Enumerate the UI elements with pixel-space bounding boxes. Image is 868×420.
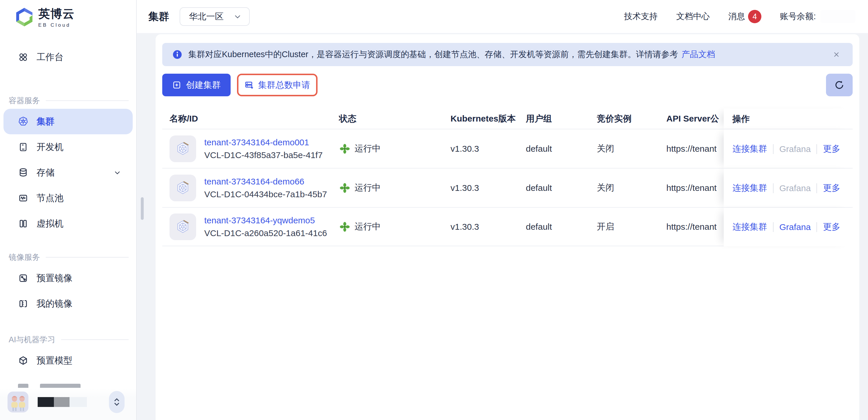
cluster-name-link[interactable]: tenant-37343164-demo66 <box>204 177 327 187</box>
cluster-name-link[interactable]: tenant-37343164-demo001 <box>204 138 323 147</box>
connect-cluster-link[interactable]: 连接集群 <box>733 182 767 194</box>
refresh-button[interactable] <box>826 74 852 96</box>
redacted-balance-value <box>820 10 855 23</box>
workbench-grid-icon <box>18 52 28 62</box>
content-card: 集群对应Kubernetes中的Cluster，是容器运行与资源调度的基础，创建… <box>156 34 859 420</box>
more-link[interactable]: 更多 <box>823 143 840 155</box>
docs-link[interactable]: 文档中心 <box>676 11 710 22</box>
sidebar-item-preset-images[interactable]: 预置镜像 <box>3 265 133 291</box>
grafana-link[interactable]: Grafana <box>779 144 811 154</box>
banner-text: 集群对应Kubernetes中的Cluster，是容器运行与资源调度的基础，创建… <box>188 49 678 60</box>
brand-logo-icon <box>15 7 34 27</box>
cluster-quota-request-button[interactable]: 集群总数申请 <box>244 77 310 93</box>
sidebar-section-title: AI与机器学习 <box>9 334 55 345</box>
spot-instance-state: 开启 <box>597 221 666 233</box>
clipped-icon-fragment <box>18 384 28 388</box>
col-k8s-version: Kubernetes版本 <box>451 113 526 125</box>
account-switcher-button[interactable] <box>109 391 125 413</box>
k8s-version: v1.30.3 <box>451 222 526 232</box>
table-header-row: 名称/ID 状态 Kubernetes版本 用户组 竞价实例 API Serve… <box>162 109 852 129</box>
action-separator <box>816 183 817 193</box>
sidebar-item-label: 预置模型 <box>36 355 72 367</box>
sidebar-item-workbench[interactable]: 工作台 <box>3 45 133 70</box>
action-separator <box>773 222 774 232</box>
more-link[interactable]: 更多 <box>823 221 840 233</box>
messages-link[interactable]: 消息 4 <box>728 10 762 23</box>
create-cluster-button[interactable]: 创建集群 <box>162 74 230 96</box>
col-user-group: 用户组 <box>526 113 597 125</box>
running-fan-icon <box>339 182 350 194</box>
toolbar: 创建集群 集群总数申 <box>162 73 852 97</box>
section-divider <box>46 257 129 258</box>
cube-icon <box>18 355 28 366</box>
sidebar-item-vm[interactable]: 虚拟机 <box>3 211 133 236</box>
sidebar-section-title: 镜像服务 <box>9 252 40 262</box>
product-docs-link[interactable]: 产品文档 <box>681 49 715 60</box>
sidebar-item-label: 存储 <box>36 167 55 179</box>
region-select[interactable]: 华北一区 <box>180 7 250 26</box>
brand-subtitle: EB Cloud <box>38 22 75 28</box>
table-body: tenant-37343164-demo001 VCL-D1C-43f85a37… <box>162 129 852 246</box>
sidebar-item-label: 虚拟机 <box>36 218 63 230</box>
sidebar-section-container: AI与机器学习 <box>9 334 129 345</box>
avatar[interactable] <box>7 392 28 413</box>
sidebar-item-label: 集群 <box>36 115 55 128</box>
grafana-link[interactable]: Grafana <box>779 183 811 193</box>
connect-cluster-link[interactable]: 连接集群 <box>733 143 767 155</box>
cluster-name-link[interactable]: tenant-37343164-yqwdemo5 <box>204 216 327 225</box>
cluster-id: VCL-D1C-04434bce-7a1b-45b7 <box>204 189 327 199</box>
sidebar: 英博云 EB Cloud 工作台 容器服务 <box>0 0 137 420</box>
table-row: tenant-37343164-yqwdemo5 VCL-D1C-a260a52… <box>162 207 852 246</box>
status-text: 运行中 <box>354 143 381 155</box>
support-link[interactable]: 技术支持 <box>624 11 658 22</box>
top-right-nav: 技术支持 文档中心 消息 4 账号余额: <box>624 10 855 23</box>
main-pane: 集群 华北一区 技术支持 文档中心 消息 4 账号余额: <box>137 0 868 420</box>
cluster-hexagon-icon <box>169 175 196 201</box>
more-link[interactable]: 更多 <box>823 182 840 194</box>
sidebar-item-label: 工作台 <box>36 51 63 63</box>
section-divider <box>61 339 129 340</box>
close-icon[interactable] <box>830 48 843 61</box>
action-separator <box>816 222 817 232</box>
sidebar-item-storage[interactable]: 存储 <box>3 160 133 185</box>
connect-cluster-link[interactable]: 连接集群 <box>733 221 767 233</box>
cluster-hexagon-icon <box>169 136 196 162</box>
balance-label: 账号余额: <box>780 11 816 22</box>
sidebar-item-cluster[interactable]: 集群 <box>3 109 133 134</box>
create-cluster-label: 创建集群 <box>186 79 221 91</box>
sidebar-item-nodepool[interactable]: 节点池 <box>3 185 133 211</box>
info-icon <box>172 49 183 60</box>
action-separator <box>773 183 774 193</box>
clusters-table: 名称/ID 状态 Kubernetes版本 用户组 竞价实例 API Serve… <box>162 109 852 246</box>
col-status: 状态 <box>339 113 451 125</box>
table-row: tenant-37343164-demo66 VCL-D1C-04434bce-… <box>162 168 852 207</box>
sidebar-item-my-images[interactable]: 我的镜像 <box>3 291 133 316</box>
user-area <box>0 388 136 420</box>
red-annotation-highlight: 集群总数申请 <box>237 74 317 96</box>
page-title: 集群 <box>148 9 169 24</box>
cloud-console-screen: 英博云 EB Cloud 工作台 容器服务 <box>0 0 868 420</box>
grafana-link[interactable]: Grafana <box>779 222 811 232</box>
sidebar-item-preset-models[interactable]: 预置模型 <box>3 348 133 373</box>
redacted-block <box>54 397 69 407</box>
cluster-hexagon-icon <box>169 214 196 240</box>
redacted-username <box>38 397 87 407</box>
action-separator <box>816 144 817 154</box>
spot-instance-state: 关闭 <box>597 143 666 155</box>
sidebar-scrollbar-thumb[interactable] <box>141 197 144 220</box>
chevron-down-icon <box>234 12 242 21</box>
database-icon <box>18 167 28 178</box>
user-group: default <box>526 144 597 154</box>
sidebar-item-label: 我的镜像 <box>36 298 72 310</box>
kubernetes-wheel-icon <box>18 116 28 127</box>
user-group: default <box>526 183 597 193</box>
spot-instance-state: 关闭 <box>597 182 666 194</box>
cluster-quota-request-label: 集群总数申请 <box>258 79 310 91</box>
row-operations: 连接集群 Grafana 更多 <box>724 169 852 208</box>
server-plus-icon <box>244 80 254 90</box>
sidebar-section-container: 容器服务 <box>9 95 129 106</box>
sidebar-item-devmachine[interactable]: 开发机 <box>3 134 133 160</box>
redacted-block <box>69 397 87 407</box>
account-balance: 账号余额: <box>780 10 855 23</box>
col-spot-instance: 竞价实例 <box>597 113 666 125</box>
